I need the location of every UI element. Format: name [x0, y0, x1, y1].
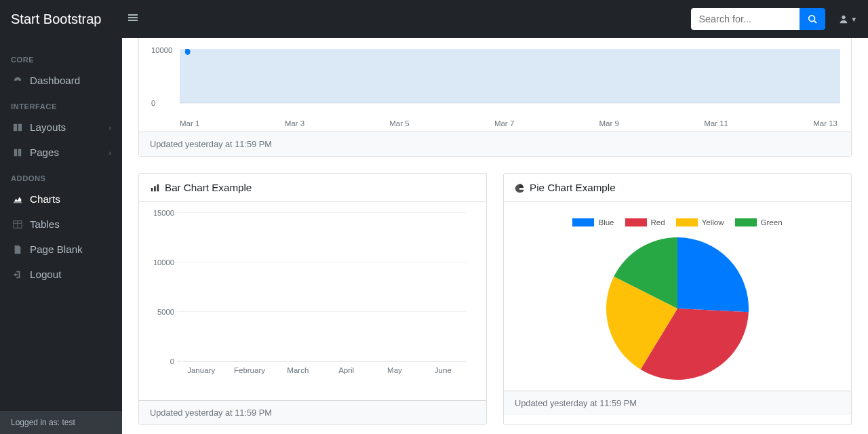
- svg-rect-0: [128, 14, 138, 16]
- x-tick: Mar 1: [180, 119, 199, 127]
- y-tick: 0: [150, 357, 174, 366]
- sidebar-item-label: Charts: [30, 193, 60, 205]
- sidebar-item-label: Page Blank: [30, 243, 83, 255]
- bars-icon: [128, 13, 138, 22]
- sidebar-item-dashboard[interactable]: Dashboard: [0, 68, 122, 93]
- x-tick: January: [177, 362, 225, 374]
- bar-chart-card: Bar Chart Example 0 5000 10000 15000 Jan…: [138, 173, 487, 425]
- x-tick: Mar 5: [389, 119, 409, 127]
- search-icon: [808, 14, 817, 24]
- svg-rect-12: [180, 49, 840, 103]
- search-group: [691, 8, 825, 30]
- pie-card-footer: Updated yesterday at 11:59 PM: [504, 391, 851, 415]
- legend-label: Blue: [598, 218, 614, 226]
- pie-chart: BlueRedYellowGreen: [515, 213, 840, 380]
- legend-swatch: [735, 218, 757, 226]
- legend-swatch: [625, 218, 647, 226]
- x-tick: February: [225, 362, 273, 374]
- svg-rect-7: [14, 123, 17, 131]
- caret-down-icon: ▼: [851, 16, 858, 23]
- sidebar-item-page-blank[interactable]: Page Blank: [0, 237, 122, 262]
- y-tick: 10000: [150, 258, 174, 267]
- svg-point-5: [842, 16, 845, 19]
- sidenav: CORE Dashboard INTERFACE Layouts › Pages…: [0, 38, 122, 434]
- svg-rect-1: [128, 17, 138, 18]
- svg-point-3: [808, 16, 814, 22]
- svg-rect-15: [151, 188, 153, 191]
- nav-heading-interface: INTERFACE: [0, 93, 122, 115]
- svg-rect-17: [157, 184, 159, 191]
- y-tick: 10000: [151, 46, 172, 54]
- sidenav-scroll: CORE Dashboard INTERFACE Layouts › Pages…: [0, 38, 122, 411]
- topbar: Start Bootstrap ▼: [0, 0, 868, 38]
- svg-point-14: [185, 49, 191, 55]
- sidebar-item-charts[interactable]: Charts: [0, 186, 122, 212]
- legend-item: Blue: [572, 218, 614, 226]
- chevron-right-icon: ›: [108, 149, 111, 157]
- chart-area-icon: [11, 195, 24, 204]
- sidebar-item-label: Layouts: [30, 121, 66, 133]
- sidebar-item-label: Dashboard: [30, 75, 80, 86]
- x-tick: April: [322, 362, 370, 374]
- x-tick: May: [370, 362, 418, 374]
- x-tick: Mar 9: [599, 119, 619, 127]
- user-icon: [839, 14, 848, 24]
- chart-pie-icon: [515, 183, 524, 193]
- tachometer-icon: [11, 76, 24, 85]
- bar-card-header: Bar Chart Example: [139, 174, 486, 202]
- logout-icon: [11, 270, 24, 279]
- card-title: Bar Chart Example: [165, 182, 252, 193]
- nav-heading-addons: ADDONS: [0, 165, 122, 186]
- area-x-axis: Mar 1 Mar 3 Mar 5 Mar 7 Mar 9 Mar 11 Mar…: [180, 117, 837, 127]
- user-menu[interactable]: ▼: [839, 14, 858, 24]
- pie-chart-card: Pie Chart Example BlueRedYellowGreen Upd…: [503, 173, 852, 425]
- sidebar-item-tables[interactable]: Tables: [0, 212, 122, 237]
- sidebar-toggle-button[interactable]: [128, 13, 138, 25]
- svg-rect-16: [154, 186, 156, 191]
- area-card-footer: Updated yesterday at 11:59 PM: [139, 132, 851, 156]
- content: 10000 0 Mar 1 Mar 3 Mar 5 Mar 7 Mar 9: [122, 38, 868, 434]
- svg-rect-2: [128, 20, 138, 21]
- sidenav-footer: Logged in as: test: [0, 411, 122, 434]
- search-button[interactable]: [800, 8, 825, 30]
- card-title: Pie Chart Example: [530, 182, 616, 193]
- legend-item: Green: [735, 218, 783, 226]
- sidebar-item-label: Pages: [30, 146, 59, 158]
- sidebar-item-logout[interactable]: Logout: [0, 262, 122, 287]
- bar-chart: 0 5000 10000 15000 JanuaryFebruaryMarchA…: [150, 213, 475, 389]
- book-icon: [11, 148, 24, 157]
- svg-point-6: [17, 79, 19, 81]
- x-tick: June: [419, 362, 467, 374]
- svg-rect-8: [18, 123, 22, 131]
- sidebar-item-label: Logout: [30, 269, 61, 280]
- x-tick: Mar 3: [285, 119, 304, 127]
- x-tick: Mar 7: [494, 119, 514, 127]
- y-tick: 15000: [150, 209, 174, 217]
- chevron-right-icon: ›: [108, 123, 111, 132]
- pie-legend: BlueRedYellowGreen: [572, 218, 782, 226]
- chart-bar-icon: [150, 183, 159, 193]
- x-tick: Mar 11: [704, 119, 728, 127]
- brand[interactable]: Start Bootstrap: [11, 12, 101, 27]
- pie-slice: [677, 237, 749, 312]
- legend-label: Red: [651, 218, 665, 226]
- pie-card-header: Pie Chart Example: [504, 174, 851, 202]
- x-tick: Mar 13: [813, 119, 837, 127]
- sidebar-item-pages[interactable]: Pages ›: [0, 140, 122, 165]
- y-tick: 0: [151, 99, 155, 107]
- columns-icon: [11, 123, 24, 132]
- legend-label: Green: [761, 218, 783, 226]
- search-input[interactable]: [691, 8, 800, 30]
- legend-label: Yellow: [702, 218, 724, 226]
- area-chart: 10000 0: [180, 49, 840, 117]
- legend-swatch: [572, 218, 594, 226]
- sidebar-item-layouts[interactable]: Layouts ›: [0, 115, 122, 140]
- table-icon: [11, 220, 24, 229]
- legend-swatch: [676, 218, 698, 226]
- legend-item: Yellow: [676, 218, 724, 226]
- y-tick: 5000: [150, 308, 174, 316]
- nav-heading-core: CORE: [0, 46, 122, 68]
- legend-item: Red: [625, 218, 665, 226]
- svg-line-4: [814, 21, 816, 24]
- area-chart-card: 10000 0 Mar 1 Mar 3 Mar 5 Mar 7 Mar 9: [138, 38, 852, 157]
